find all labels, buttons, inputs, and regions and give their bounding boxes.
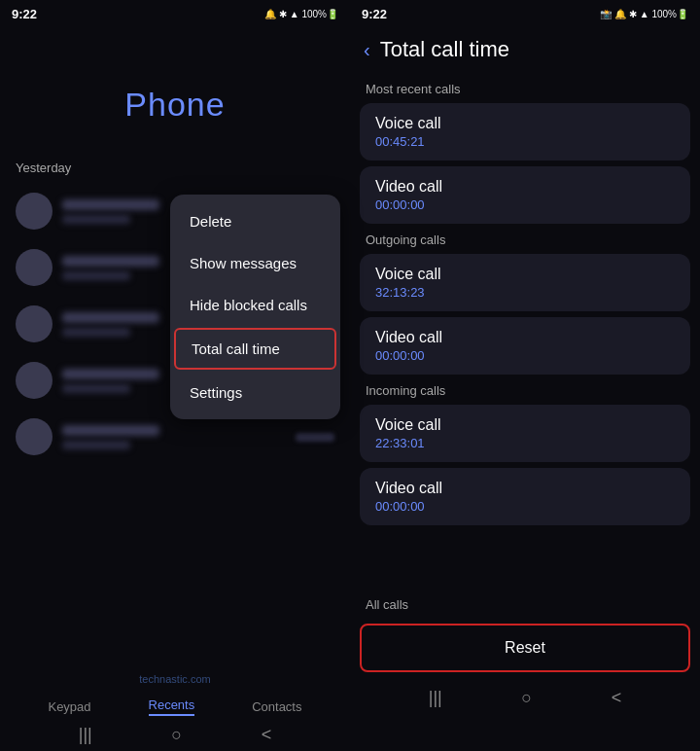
call-type: Voice call [375, 115, 675, 132]
bottom-nav: Keypad Recents Contacts [0, 697, 350, 716]
call-duration: 00:00:00 [375, 197, 675, 212]
call-card-video-recent: Video call 00:00:00 [360, 166, 690, 224]
nav-back-button-right[interactable]: < [612, 688, 622, 708]
right-system-nav: ||| ○ < [350, 684, 700, 712]
section-label-most-recent: Most recent calls [350, 76, 700, 100]
call-type: Voice call [375, 416, 675, 434]
contact-name [62, 369, 159, 379]
call-duration: 00:00:00 [375, 348, 675, 363]
section-label-outgoing: Outgoing calls [350, 227, 700, 251]
section-label-incoming: Incoming calls [350, 377, 700, 402]
left-status-icons: 🔔 ✱ ▲ 100%🔋 [264, 9, 338, 19]
call-type: Video call [375, 178, 675, 196]
call-sub [62, 215, 130, 224]
call-sub [62, 328, 130, 337]
context-menu: Delete Show messages Hide blocked calls … [170, 195, 340, 419]
recents-date-label: Yesterday [0, 153, 350, 183]
contact-name [62, 312, 159, 323]
right-panel: 9:22 📸 🔔 ✱ ▲ 100%🔋 ‹ Total call time Mos… [350, 0, 700, 751]
nav-recents[interactable]: Recents [149, 697, 195, 716]
avatar [16, 249, 52, 286]
section-label-all-calls: All calls [350, 591, 700, 620]
call-sub [62, 384, 130, 393]
contact-name [62, 425, 159, 436]
call-card-voice-incoming: Voice call 22:33:01 [360, 405, 690, 462]
right-status-icons: 📸 🔔 ✱ ▲ 100%🔋 [600, 9, 688, 19]
page-title: Total call time [380, 37, 509, 62]
nav-home-button[interactable]: ○ [171, 725, 182, 745]
call-card-video-incoming: Video call 00:00:00 [360, 468, 690, 525]
contact-name [62, 256, 159, 267]
phone-app-title: Phone [0, 86, 350, 124]
back-button[interactable]: ‹ [364, 39, 370, 61]
right-header: ‹ Total call time [350, 27, 700, 76]
contact-name [62, 199, 159, 210]
call-duration: 22:33:01 [375, 436, 675, 450]
right-status-bar: 9:22 📸 🔔 ✱ ▲ 100%🔋 [350, 0, 700, 27]
nav-keypad[interactable]: Keypad [48, 699, 90, 714]
nav-home-button-right[interactable]: ○ [521, 688, 532, 708]
right-bottom-area: All calls Reset ||| ○ < [350, 528, 700, 751]
menu-item-settings[interactable]: Settings [170, 372, 340, 413]
menu-item-show-messages[interactable]: Show messages [170, 242, 340, 284]
menu-item-hide-blocked-calls[interactable]: Hide blocked calls [170, 284, 340, 326]
avatar [16, 362, 52, 399]
nav-apps-button-right[interactable]: ||| [429, 688, 442, 708]
nav-apps-button[interactable]: ||| [79, 725, 92, 745]
call-duration: 32:13:23 [375, 285, 675, 300]
call-card-video-outgoing: Video call 00:00:00 [360, 317, 690, 375]
reset-button[interactable]: Reset [360, 624, 690, 672]
nav-contacts[interactable]: Contacts [252, 699, 301, 714]
call-type: Voice call [375, 266, 675, 283]
left-system-nav: ||| ○ < [0, 725, 350, 745]
menu-item-total-call-time[interactable]: Total call time [174, 328, 336, 370]
call-duration: 00:45:21 [375, 134, 675, 149]
watermark: technastic.com [139, 673, 210, 685]
avatar [16, 193, 52, 230]
left-panel: 9:22 🔔 ✱ ▲ 100%🔋 Phone Yesterday [0, 0, 350, 751]
call-card-voice-outgoing: Voice call 32:13:23 [360, 254, 690, 311]
call-sub [62, 441, 130, 449]
call-card-voice-recent: Voice call 00:45:21 [360, 103, 690, 161]
call-type: Video call [375, 329, 675, 346]
left-status-bar: 9:22 🔔 ✱ ▲ 100%🔋 [0, 0, 350, 27]
menu-item-delete[interactable]: Delete [170, 200, 340, 242]
avatar [16, 305, 52, 342]
nav-back-button[interactable]: < [262, 725, 272, 745]
avatar [16, 418, 52, 455]
right-time: 9:22 [362, 7, 387, 21]
call-time [296, 433, 334, 442]
call-type: Video call [375, 480, 675, 497]
call-sub [62, 271, 130, 280]
left-time: 9:22 [12, 7, 37, 21]
call-duration: 00:00:00 [375, 499, 675, 514]
